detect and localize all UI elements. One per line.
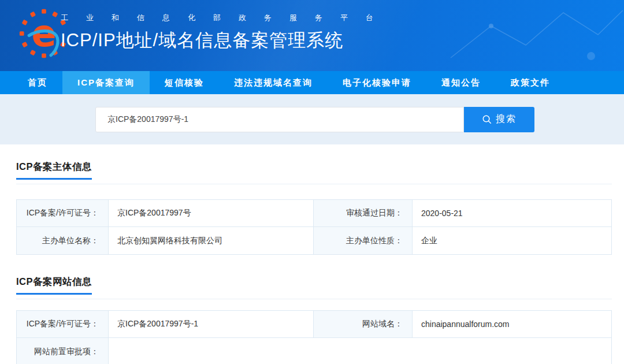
- field-value-review-date: 2020-05-21: [413, 200, 611, 227]
- search-button-label: 搜索: [496, 113, 517, 125]
- platform-name: 工业和信息化部政务服务平台: [61, 13, 391, 23]
- icp-beian-page: e 工业和信息化部政务服务平台 ICP/IP地址/域名信息备案管理系统 首页 I…: [0, 0, 624, 364]
- nav-item-illegal-domain-query[interactable]: 违法违规域名查询: [219, 71, 328, 94]
- field-value-website-icp-license: 京ICP备20017997号-1: [109, 311, 314, 338]
- nav-item-home[interactable]: 首页: [13, 71, 62, 94]
- subject-section-head: ICP备案主体信息: [16, 161, 612, 184]
- main-nav: 首页 ICP备案查询 短信核验 违法违规域名查询 电子化核验申请 通知公告 政策…: [0, 71, 624, 94]
- field-label-review-date: 审核通过日期：: [314, 200, 413, 227]
- search-button[interactable]: 搜索: [464, 107, 534, 132]
- main-content: ICP备案主体信息 ICP备案/许可证号： 京ICP备20017997号 审核通…: [0, 161, 624, 364]
- field-label-organizer-name: 主办单位名称：: [17, 227, 109, 254]
- website-section-head: ICP备案网站信息: [16, 276, 612, 299]
- website-section-title: ICP备案网站信息: [16, 276, 92, 295]
- field-label-organizer-nature: 主办单位性质：: [314, 227, 413, 254]
- system-title: ICP/IP地址/域名信息备案管理系统: [61, 28, 391, 53]
- subject-section-title: ICP备案主体信息: [16, 161, 92, 180]
- field-label-website-domain: 网站域名：: [314, 311, 413, 338]
- subject-info-table: ICP备案/许可证号： 京ICP备20017997号 审核通过日期： 2020-…: [16, 199, 612, 255]
- search-input[interactable]: [95, 107, 464, 132]
- nav-item-sms-verify[interactable]: 短信核验: [150, 71, 219, 94]
- nav-item-icp-query[interactable]: ICP备案查询: [62, 71, 150, 94]
- field-value-organizer-name: 北京创知翼网络科技有限公司: [109, 227, 314, 254]
- field-value-website-domain: chinaipannualforum.com: [413, 311, 611, 338]
- website-info-table: ICP备案/许可证号： 京ICP备20017997号-1 网站域名： china…: [16, 310, 612, 364]
- field-value-icp-license: 京ICP备20017997号: [109, 200, 314, 227]
- field-label-icp-license: ICP备案/许可证号：: [17, 200, 109, 227]
- site-header: e 工业和信息化部政务服务平台 ICP/IP地址/域名信息备案管理系统: [0, 0, 624, 71]
- nav-item-notices[interactable]: 通知公告: [426, 71, 496, 94]
- website-info-section: ICP备案网站信息 ICP备案/许可证号： 京ICP备20017997号-1 网…: [16, 276, 612, 364]
- search-section: 搜索: [0, 94, 624, 144]
- search-icon: [482, 114, 492, 124]
- field-value-preapproval-item: [109, 338, 611, 364]
- field-value-organizer-nature: 企业: [413, 227, 611, 254]
- nav-item-policy-files[interactable]: 政策文件: [496, 71, 565, 94]
- field-label-website-icp-license: ICP备案/许可证号：: [17, 311, 109, 338]
- header-decoration: [439, 0, 624, 71]
- subject-info-section: ICP备案主体信息 ICP备案/许可证号： 京ICP备20017997号 审核通…: [16, 161, 612, 255]
- nav-item-electronic-verify[interactable]: 电子化核验申请: [328, 71, 426, 94]
- field-label-preapproval-item: 网站前置审批项：: [17, 338, 109, 364]
